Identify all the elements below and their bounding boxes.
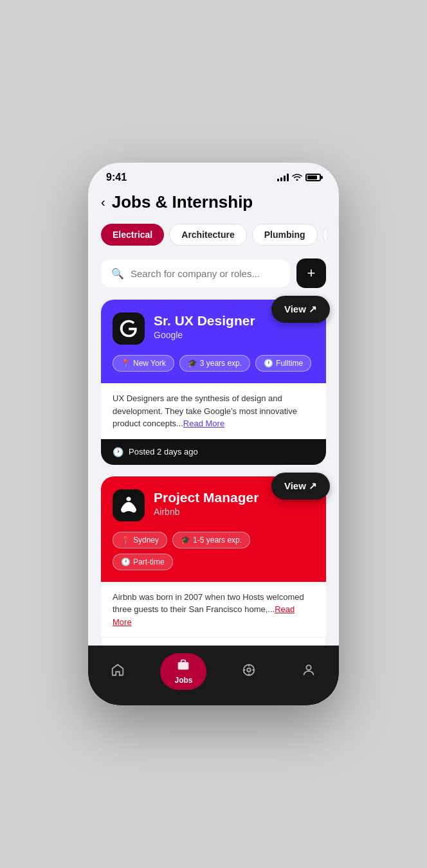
signal-icon	[277, 174, 289, 181]
search-row: 🔍 +	[101, 258, 326, 288]
search-icon: 🔍	[111, 267, 124, 280]
add-button[interactable]: +	[296, 258, 326, 288]
google-tag-location: 📍 New York	[113, 355, 174, 372]
home-icon	[111, 663, 125, 680]
airbnb-tag-location: 📍 Sydney	[113, 532, 167, 548]
airbnb-card-bottom: 🕐 Posted 5 days ago	[101, 637, 326, 646]
tab-plumbing[interactable]: Plumbing	[252, 224, 318, 246]
google-description: UX Designers are the synthesis of design…	[101, 383, 326, 439]
job-card-airbnb: View ↗ Project Manager Airbnb	[101, 476, 326, 646]
airbnb-tag-exp: 🎓 1-5 years exp.	[172, 532, 250, 548]
page-header: ‹ Jobs & Internship	[101, 190, 326, 212]
airbnb-description: Airbnb was born in 2007 when two Hosts w…	[101, 582, 326, 638]
svg-point-8	[307, 665, 311, 670]
google-posted-text: Posted 2 days ago	[129, 447, 198, 457]
wifi-icon	[292, 173, 302, 183]
search-input[interactable]	[131, 268, 280, 279]
job-card-google: View ↗ Sr. UX Designer Google	[101, 300, 326, 465]
back-button[interactable]: ‹	[101, 195, 105, 210]
google-tag-type: 🕐 Fulltime	[255, 355, 311, 372]
explore-icon	[242, 663, 256, 680]
google-card-bottom: 🕐 Posted 2 days ago	[101, 439, 326, 465]
profile-icon	[302, 663, 316, 680]
card-top-airbnb: View ↗ Project Manager Airbnb	[101, 476, 326, 582]
tab-architecture-2[interactable]: Architecture	[323, 224, 326, 246]
airbnb-tags: 📍 Sydney 🎓 1-5 years exp. 🕐 Part-time	[113, 532, 314, 570]
clock-icon-google: 🕐	[113, 447, 123, 457]
status-bar: 9:41	[88, 163, 339, 183]
status-icons	[277, 173, 321, 183]
tab-electrical[interactable]: Electrical	[101, 224, 164, 246]
tab-architecture-1[interactable]: Architecture	[169, 224, 246, 246]
google-tags: 📍 New York 🎓 3 years exp. 🕐 Fulltime	[113, 355, 314, 372]
battery-icon	[305, 174, 321, 181]
plus-icon: +	[307, 266, 316, 280]
google-logo	[113, 312, 145, 345]
page-title: Jobs & Internship	[112, 192, 253, 212]
nav-jobs[interactable]: Jobs	[160, 653, 206, 690]
jobs-nav-label: Jobs	[174, 676, 192, 685]
nav-profile[interactable]	[291, 660, 326, 683]
svg-point-3	[248, 668, 251, 672]
airbnb-logo	[113, 489, 145, 521]
filter-tabs: Electrical Architecture Plumbing Archite…	[101, 224, 326, 248]
airbnb-tag-type: 🕐 Part-time	[113, 554, 173, 570]
status-time: 9:41	[106, 172, 127, 183]
view-button-airbnb[interactable]: View ↗	[271, 473, 330, 500]
jobs-icon	[177, 658, 190, 674]
nav-explore[interactable]	[232, 660, 266, 683]
bottom-nav: Jobs	[88, 646, 339, 705]
google-company-name: Google	[154, 330, 314, 340]
google-read-more[interactable]: Read More	[183, 419, 224, 428]
nav-home[interactable]	[100, 660, 135, 683]
search-box[interactable]: 🔍	[101, 260, 290, 287]
scroll-area[interactable]: ‹ Jobs & Internship Electrical Architect…	[88, 183, 339, 646]
card-top-google: View ↗ Sr. UX Designer Google	[101, 300, 326, 383]
svg-rect-1	[178, 662, 189, 670]
airbnb-company-name: Airbnb	[154, 507, 314, 517]
google-tag-exp: 🎓 3 years exp.	[179, 355, 250, 372]
view-button-google[interactable]: View ↗	[271, 296, 330, 323]
